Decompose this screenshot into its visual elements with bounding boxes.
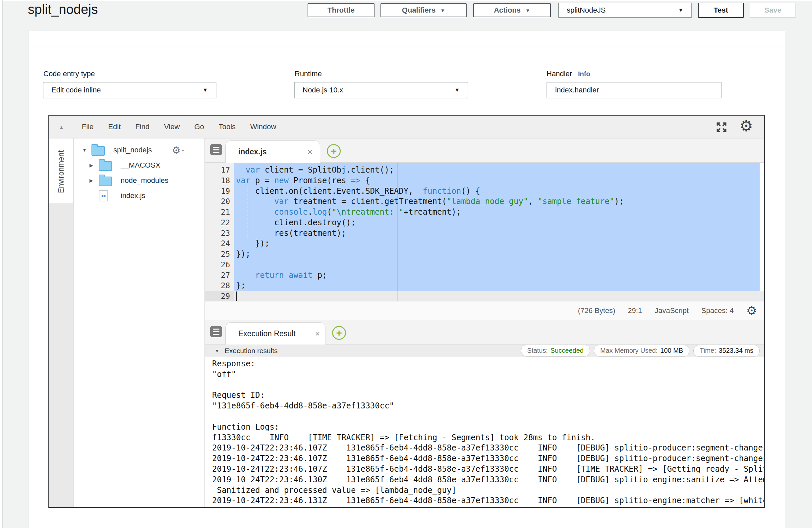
code-token: "sample_feature" bbox=[538, 197, 614, 206]
log-line-8: f13330cc INFO [TIME TRACKER] => [Fetchin… bbox=[212, 432, 764, 443]
new-tab-icon[interactable]: + bbox=[332, 326, 346, 340]
menu-edit[interactable]: Edit bbox=[108, 122, 121, 131]
log-line-12: 2019-10-24T22:23:46.130Z 131e865f-6eb4-4… bbox=[212, 475, 764, 485]
handler-info-link[interactable]: Info bbox=[578, 70, 590, 77]
line-number-25: 25 bbox=[205, 249, 230, 260]
code-token: console bbox=[274, 207, 308, 217]
tab-index-js[interactable]: index.js × bbox=[226, 141, 320, 163]
test-event-select[interactable]: splitNodeJS ▼ bbox=[558, 3, 692, 18]
line-number-24: 24 bbox=[205, 238, 230, 249]
tree-item-split_nodejs[interactable]: ▼split_nodejs⚙▾ bbox=[74, 143, 204, 158]
line-number-20: 20 bbox=[205, 196, 230, 207]
log-line-7: Function Logs: bbox=[212, 422, 764, 432]
handler-label-text: Handler bbox=[547, 70, 572, 78]
tree-settings-gear-icon[interactable]: ⚙▾ bbox=[172, 144, 184, 156]
log-line-9: 2019-10-24T22:23:46.107Z 131e865f-6eb4-4… bbox=[212, 443, 764, 453]
code-entry-type-label: Code entry type bbox=[43, 70, 95, 78]
tab-list-icon[interactable] bbox=[210, 144, 222, 155]
info-link[interactable]: Info bbox=[176, 30, 193, 32]
menu-tools[interactable]: Tools bbox=[219, 122, 236, 131]
throttle-button[interactable]: Throttle bbox=[307, 3, 375, 17]
text-cursor bbox=[236, 292, 237, 301]
code-token bbox=[236, 165, 246, 175]
tree-item-label: index.js bbox=[121, 191, 145, 200]
line-number-17: 17 bbox=[205, 165, 230, 176]
code-token: ); bbox=[614, 197, 624, 206]
code-token bbox=[236, 270, 255, 280]
folder-icon bbox=[99, 161, 112, 171]
line-number-29: 29 bbox=[205, 291, 230, 301]
collapse-editor-icon[interactable]: ▲ bbox=[59, 124, 64, 130]
language-mode[interactable]: JavaScript bbox=[655, 306, 689, 315]
menu-file[interactable]: File bbox=[82, 122, 93, 131]
tree-item-__MACOSX[interactable]: ▶__MACOSX bbox=[74, 158, 204, 173]
tab-label: index.js bbox=[238, 147, 267, 156]
runtime-select[interactable]: Node.js 10.x ▼ bbox=[294, 82, 468, 98]
collapse-results-icon[interactable]: ▼ bbox=[215, 348, 219, 353]
menu-go[interactable]: Go bbox=[194, 122, 204, 131]
menu-find[interactable]: Find bbox=[135, 122, 149, 131]
log-output: Response:"off" Request ID:"131e865f-6eb4… bbox=[212, 359, 764, 506]
code-viewport[interactable]: 1617181920212223242526272829 }); var cli… bbox=[205, 163, 764, 301]
code-token: client.on(client.Event.SDK_READY, bbox=[236, 187, 423, 196]
tab-list-icon[interactable] bbox=[210, 326, 222, 337]
code-token: , bbox=[528, 197, 538, 206]
chevron-down-icon: ▼ bbox=[454, 87, 460, 93]
tab-execution-result[interactable]: Execution Result × bbox=[226, 322, 325, 345]
line-number-19: 19 bbox=[205, 186, 230, 197]
execution-logs-pane: Response:"off" Request ID:"131e865f-6eb4… bbox=[205, 357, 764, 507]
folder-icon bbox=[99, 177, 112, 186]
badge-max-memory-used-: Max Memory Used:100 MB bbox=[594, 345, 690, 357]
editor-status-bar: (726 Bytes) 29:1 JavaScript Spaces: 4 ⚙ bbox=[205, 301, 764, 320]
tree-item-index.js[interactable]: <>index.js bbox=[74, 188, 204, 203]
close-icon[interactable]: × bbox=[307, 147, 313, 157]
log-line-10: 2019-10-24T22:23:46.107Z 131e865f-6eb4-4… bbox=[212, 453, 764, 464]
qualifiers-button[interactable]: Qualifiers ▼ bbox=[380, 3, 467, 17]
section-heading-text: Function code bbox=[47, 30, 146, 32]
indent-setting[interactable]: Spaces: 4 bbox=[701, 306, 734, 315]
editor-settings-gear-icon[interactable]: ⚙ bbox=[739, 118, 753, 133]
menu-view[interactable]: View bbox=[164, 122, 180, 131]
save-button[interactable]: Save bbox=[750, 3, 796, 18]
code-token: return bbox=[255, 270, 284, 280]
cursor-position[interactable]: 29:1 bbox=[628, 306, 642, 315]
new-tab-icon[interactable]: + bbox=[327, 144, 341, 158]
chevron-down-icon: ▼ bbox=[203, 87, 208, 93]
code-token: " bbox=[332, 207, 336, 217]
caret-down-icon[interactable]: ▼ bbox=[82, 147, 87, 153]
file-size: (726 Bytes) bbox=[578, 306, 615, 315]
environment-sidebar[interactable]: Environment bbox=[49, 138, 74, 507]
code-token: res(treatment); bbox=[236, 229, 346, 238]
active-line-highlight bbox=[205, 291, 764, 301]
code-entry-type-select[interactable]: Edit code inline ▼ bbox=[43, 82, 216, 98]
code-token bbox=[284, 270, 289, 280]
handler-field[interactable]: index.handler bbox=[547, 82, 722, 98]
caret-right-icon[interactable]: ▶ bbox=[89, 163, 93, 168]
caret-right-icon[interactable]: ▶ bbox=[89, 178, 93, 183]
code-token: var bbox=[274, 197, 289, 206]
close-icon[interactable]: × bbox=[315, 329, 320, 339]
menu-window[interactable]: Window bbox=[250, 122, 276, 131]
line-number-22: 22 bbox=[205, 218, 230, 228]
code-token: }); bbox=[236, 249, 250, 259]
execution-results-title: Execution results bbox=[225, 347, 278, 355]
code-scrollbar[interactable] bbox=[760, 163, 764, 291]
code-token: +treatment); bbox=[404, 207, 461, 217]
log-line-13: Sanitized and processed value => [lambda… bbox=[212, 485, 764, 496]
tree-item-node_modules[interactable]: ▶node_modules bbox=[74, 173, 204, 188]
code-token: }); bbox=[236, 239, 270, 248]
line-number-28: 28 bbox=[205, 281, 230, 291]
actions-button[interactable]: Actions ▼ bbox=[473, 3, 551, 17]
qualifiers-label: Qualifiers bbox=[402, 6, 435, 15]
log-line-5: "131e865f-6eb4-4dd8-858e-a37ef13330cc" bbox=[212, 401, 764, 411]
code-line-17: var client = SplitObj.client(); bbox=[236, 165, 394, 176]
code-token: Promise(res bbox=[289, 176, 351, 185]
test-button[interactable]: Test bbox=[698, 3, 744, 18]
code-token: var bbox=[236, 176, 250, 185]
actions-label: Actions bbox=[494, 6, 521, 15]
code-token: treatment = client.getTreatment( bbox=[289, 197, 447, 206]
fullscreen-icon[interactable] bbox=[715, 121, 728, 133]
statusbar-gear-icon[interactable]: ⚙ bbox=[746, 305, 757, 317]
runtime-label: Runtime bbox=[295, 70, 322, 78]
log-line-6 bbox=[212, 411, 764, 422]
